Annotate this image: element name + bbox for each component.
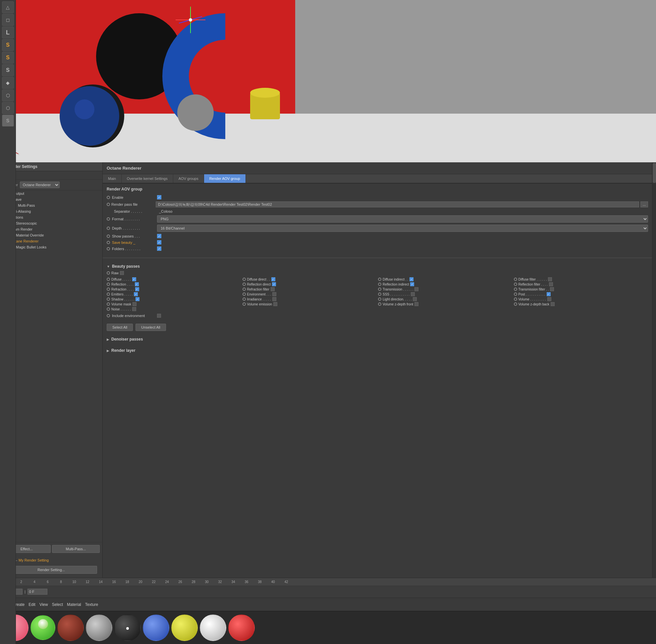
reflection-checkbox[interactable]	[135, 282, 139, 286]
my-render-setting[interactable]: ⤡ — My Render Setting	[3, 557, 100, 563]
renderer-select[interactable]: Octane Renderer	[20, 182, 60, 188]
diffusedirect-checkbox[interactable]	[271, 277, 275, 281]
includeenv-radio[interactable]	[107, 314, 110, 317]
volumezdepthback-checkbox[interactable]	[551, 302, 555, 306]
sss-radio[interactable]	[378, 293, 381, 296]
diffuse-checkbox[interactable]	[132, 277, 136, 281]
material-green[interactable]	[30, 615, 55, 640]
material-white[interactable]	[200, 615, 226, 641]
material-red[interactable]	[228, 615, 255, 641]
diffuseindirect-checkbox[interactable]	[409, 277, 413, 281]
refractionfilter-radio[interactable]	[243, 288, 246, 291]
noise-radio[interactable]	[107, 307, 110, 311]
noise-checkbox[interactable]	[132, 307, 136, 311]
denoiser-toggle[interactable]: ▶ Denoiser passes	[107, 336, 648, 343]
transmissionfilter-checkbox[interactable]	[550, 287, 554, 291]
renderlayer-toggle[interactable]: ▶ Render layer	[107, 347, 648, 354]
environment-radio[interactable]	[243, 293, 246, 296]
unselect-all-btn[interactable]: Unselect All	[136, 324, 166, 331]
transmissionfilter-radio[interactable]	[514, 288, 517, 291]
toolbar-btn-5[interactable]: S	[2, 64, 14, 76]
select-all-btn[interactable]: Select All	[107, 324, 133, 331]
transmission-radio[interactable]	[378, 288, 381, 291]
renderpass-input[interactable]	[156, 201, 639, 207]
refraction-radio[interactable]	[107, 288, 110, 291]
volumeemission-checkbox[interactable]	[273, 302, 277, 306]
volumeemission-radio[interactable]	[243, 302, 246, 306]
toolbar-btn-7[interactable]: ⬡	[2, 89, 14, 101]
material-blue[interactable]	[143, 615, 169, 641]
volumemask-radio[interactable]	[107, 302, 110, 306]
menu-view[interactable]: View	[40, 602, 48, 607]
sss-checkbox[interactable]	[411, 292, 415, 296]
irradiance-checkbox[interactable]	[272, 297, 276, 301]
reflectionindirect-checkbox[interactable]	[410, 282, 414, 286]
depth-radio[interactable]	[107, 227, 110, 230]
toolbar-btn-3[interactable]: S	[2, 39, 14, 51]
material-yellow[interactable]	[171, 615, 198, 641]
tab-render-aov[interactable]: Render AOV group	[204, 174, 246, 183]
raw-radio[interactable]	[107, 271, 110, 275]
volume-checkbox[interactable]	[547, 297, 551, 301]
browse-btn[interactable]: ...	[640, 201, 648, 207]
format-select[interactable]: PNG	[157, 215, 648, 223]
savebeauty-radio[interactable]	[107, 241, 110, 244]
frame-end-input[interactable]	[27, 589, 47, 595]
shadow-radio[interactable]	[107, 298, 110, 301]
enable-checkbox[interactable]	[157, 195, 161, 200]
transmission-checkbox[interactable]	[414, 287, 419, 291]
tab-main[interactable]: Main	[103, 174, 121, 183]
refractionfilter-checkbox[interactable]	[271, 287, 275, 291]
render-setting-btn[interactable]: Render Setting...	[5, 566, 97, 574]
reflectionfilter-checkbox[interactable]	[549, 282, 553, 286]
diffusedirect-radio[interactable]	[243, 278, 246, 281]
renderpass-radio[interactable]	[107, 203, 110, 206]
enable-radio[interactable]	[107, 196, 110, 199]
toolbar-btn-2[interactable]: L	[2, 26, 14, 39]
savebeauty-checkbox[interactable]	[157, 240, 161, 245]
volume-radio[interactable]	[514, 298, 517, 301]
irradiance-radio[interactable]	[243, 298, 246, 301]
volumezdepthback-radio[interactable]	[514, 302, 517, 306]
diffuse-radio[interactable]	[107, 278, 110, 281]
reflectiondirect-radio[interactable]	[243, 282, 246, 286]
right-scrollbar[interactable]	[652, 162, 656, 578]
environment-checkbox[interactable]	[272, 292, 276, 296]
toolbar-btn-8[interactable]: ⬡	[2, 102, 14, 114]
scrollbar-thumb[interactable]	[653, 163, 656, 183]
toolbar-btn-4[interactable]: S	[2, 52, 14, 64]
tab-aov-groups[interactable]: AOV groups	[173, 174, 204, 183]
includeenv-checkbox[interactable]	[157, 314, 161, 318]
reflectiondirect-checkbox[interactable]	[272, 282, 276, 286]
volumezdepthfront-checkbox[interactable]	[414, 302, 419, 306]
showpasses-radio[interactable]	[107, 234, 110, 238]
lightdirection-radio[interactable]	[378, 298, 381, 301]
reflection-radio[interactable]	[107, 282, 110, 286]
beauty-passes-toggle[interactable]: ▼ Beauty passes	[107, 263, 648, 270]
diffuseindirect-radio[interactable]	[378, 278, 381, 281]
lightdirection-checkbox[interactable]	[413, 297, 417, 301]
toolbar-btn-6[interactable]: ◆	[2, 77, 14, 89]
folders-checkbox[interactable]	[157, 247, 161, 251]
volumemask-checkbox[interactable]	[133, 302, 136, 306]
volumezdepthfront-radio[interactable]	[378, 302, 381, 306]
emitters-checkbox[interactable]	[134, 292, 138, 296]
raw-checkbox[interactable]	[120, 271, 124, 275]
menu-select[interactable]: Select	[52, 602, 63, 607]
refraction-checkbox[interactable]	[135, 287, 139, 291]
diffusefilter-radio[interactable]	[514, 278, 517, 281]
multipass-btn[interactable]: Multi-Pass...	[52, 545, 100, 553]
material-brown[interactable]	[57, 615, 84, 641]
showpasses-checkbox[interactable]	[157, 234, 161, 238]
toolbar-btn-1[interactable]: ◻	[2, 14, 14, 26]
menu-edit[interactable]: Edit	[28, 602, 36, 607]
toolbar-btn-9[interactable]: S	[2, 115, 14, 127]
post-radio[interactable]	[514, 293, 517, 296]
shadow-checkbox[interactable]	[136, 297, 139, 301]
toolbar-btn-0[interactable]: △	[2, 1, 14, 13]
material-dark[interactable]	[114, 615, 141, 641]
reflectionindirect-radio[interactable]	[378, 282, 381, 286]
material-gray[interactable]	[86, 615, 112, 641]
menu-texture[interactable]: Texture	[85, 602, 98, 607]
format-radio[interactable]	[107, 217, 110, 221]
